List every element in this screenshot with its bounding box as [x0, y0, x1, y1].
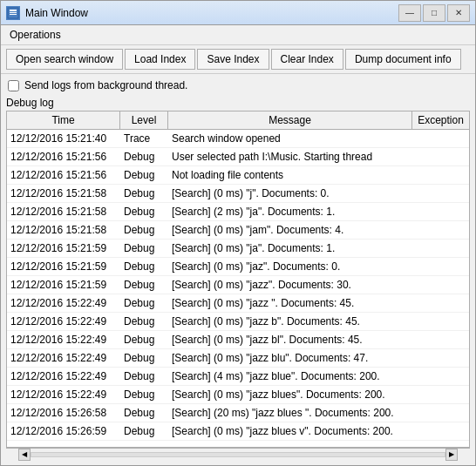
cell-exception	[412, 368, 469, 385]
cell-level: Debug	[120, 294, 168, 312]
cell-time: 12/12/2016 15:22:49	[7, 386, 120, 403]
save-index-button[interactable]: Save Index	[197, 49, 269, 70]
scroll-right-button[interactable]: ▶	[445, 449, 458, 461]
title-bar: Main Window — □ ✕	[1, 1, 475, 25]
main-window: Main Window — □ ✕ Operations Open search…	[0, 0, 476, 466]
cell-exception	[412, 386, 469, 403]
scroll-left-button[interactable]: ◀	[18, 449, 31, 461]
table-row[interactable]: 12/12/2016 15:22:49 Debug [Search] (0 ms…	[7, 331, 469, 349]
operations-menu[interactable]: Operations	[4, 27, 66, 43]
cell-message: [Search] (0 ms) "j". Documents: 0.	[168, 185, 412, 202]
cell-level: Debug	[120, 203, 168, 220]
cell-exception	[412, 422, 469, 440]
svg-rect-2	[10, 12, 17, 13]
cell-time: 12/12/2016 15:21:59	[7, 276, 120, 294]
cell-level: Debug	[120, 331, 168, 348]
maximize-button[interactable]: □	[423, 4, 445, 22]
cell-exception	[412, 221, 469, 239]
cell-time: 12/12/2016 15:22:49	[7, 349, 120, 367]
cell-time: 12/12/2016 15:21:40	[7, 130, 120, 147]
cell-time: 12/12/2016 15:22:49	[7, 368, 120, 385]
log-table-header: Time Level Message Exception	[7, 111, 469, 130]
cell-level: Trace	[120, 130, 168, 147]
col-time: Time	[7, 111, 120, 129]
background-thread-label: Send logs from background thread.	[24, 79, 187, 91]
table-row[interactable]: 12/12/2016 15:26:58 Debug [Search] (20 m…	[7, 404, 469, 422]
cell-time: 12/12/2016 15:22:49	[7, 331, 120, 348]
cell-message: Search window opened	[168, 130, 412, 147]
cell-level: Debug	[120, 185, 168, 202]
table-row[interactable]: 12/12/2016 15:21:56 Debug User selected …	[7, 148, 469, 166]
cell-message: [Search] (20 ms) "jazz blues ". Document…	[168, 404, 412, 422]
table-row[interactable]: 12/12/2016 15:21:56 Debug Not loading fi…	[7, 166, 469, 185]
svg-rect-3	[10, 14, 17, 15]
col-exception: Exception	[412, 111, 469, 129]
cell-level: Debug	[120, 404, 168, 422]
cell-message: [Search] (2 ms) "ja". Documents: 1.	[168, 203, 412, 220]
cell-message: [Search] (0 ms) "jazz blues v". Document…	[168, 422, 412, 440]
close-button[interactable]: ✕	[447, 4, 470, 22]
cell-level: Debug	[120, 313, 168, 330]
minimize-button[interactable]: —	[398, 4, 421, 22]
window-title: Main Window	[25, 7, 398, 19]
cell-time: 12/12/2016 15:21:58	[7, 203, 120, 220]
background-thread-checkbox[interactable]	[8, 80, 19, 91]
cell-exception	[412, 240, 469, 257]
window-controls: — □ ✕	[398, 4, 470, 22]
table-row[interactable]: 12/12/2016 15:22:49 Debug [Search] (0 ms…	[7, 294, 469, 313]
cell-message: [Search] (4 ms) "jazz blue". Documents: …	[168, 368, 412, 385]
table-row[interactable]: 12/12/2016 15:21:58 Debug [Search] (2 ms…	[7, 203, 469, 221]
svg-rect-1	[10, 10, 17, 11]
open-search-button[interactable]: Open search window	[6, 49, 123, 70]
dump-document-button[interactable]: Dump document info	[345, 49, 461, 70]
cell-level: Debug	[120, 221, 168, 239]
table-row[interactable]: 12/12/2016 15:26:59 Debug [Search] (0 ms…	[7, 422, 469, 441]
cell-time: 12/12/2016 15:21:58	[7, 185, 120, 202]
checkbox-area: Send logs from background thread.	[1, 74, 475, 97]
cell-exception	[412, 203, 469, 220]
cell-time: 12/12/2016 15:26:59	[7, 422, 120, 440]
table-row[interactable]: 12/12/2016 15:21:58 Debug [Search] (0 ms…	[7, 221, 469, 240]
clear-index-button[interactable]: Clear Index	[271, 49, 343, 70]
cell-message: [Search] (0 ms) "jazz b". Documents: 45.	[168, 313, 412, 330]
table-row[interactable]: 12/12/2016 15:21:40 Trace Search window …	[7, 130, 469, 148]
table-row[interactable]: 12/12/2016 15:21:58 Debug [Search] (0 ms…	[7, 185, 469, 203]
debug-log-label: Debug log	[6, 97, 470, 109]
cell-time: 12/12/2016 15:22:49	[7, 294, 120, 312]
log-table-body[interactable]: 12/12/2016 15:21:40 Trace Search window …	[7, 130, 469, 447]
scroll-track[interactable]	[31, 452, 445, 457]
load-index-button[interactable]: Load Index	[125, 49, 195, 70]
cell-level: Debug	[120, 258, 168, 275]
cell-message: [Search] (0 ms) "jazz ". Documents: 45.	[168, 294, 412, 312]
cell-message: [Search] (0 ms) "ja". Documents: 1.	[168, 240, 412, 257]
col-level: Level	[120, 111, 168, 129]
cell-exception	[412, 313, 469, 330]
cell-level: Debug	[120, 368, 168, 385]
cell-message: [Search] (0 ms) "jazz bl". Documents: 45…	[168, 331, 412, 348]
cell-level: Debug	[120, 349, 168, 367]
cell-exception	[412, 148, 469, 165]
cell-level: Debug	[120, 240, 168, 257]
cell-time: 12/12/2016 15:21:56	[7, 148, 120, 165]
debug-log-section: Debug log Time Level Message Exception 1…	[1, 97, 475, 465]
table-row[interactable]: 12/12/2016 15:21:59 Debug [Search] (0 ms…	[7, 240, 469, 258]
cell-message: Not loading file contents	[168, 166, 412, 184]
cell-exception	[412, 258, 469, 275]
cell-message: [Search] (0 ms) "jazz blues". Documents:…	[168, 386, 412, 403]
cell-time: 12/12/2016 15:21:59	[7, 240, 120, 257]
cell-time: 12/12/2016 15:21:58	[7, 221, 120, 239]
cell-exception	[412, 349, 469, 367]
horizontal-scrollbar[interactable]: ◀ ▶	[6, 448, 470, 460]
cell-exception	[412, 404, 469, 422]
cell-level: Debug	[120, 422, 168, 440]
table-row[interactable]: 12/12/2016 15:21:59 Debug [Search] (0 ms…	[7, 276, 469, 294]
cell-message: [Search] (0 ms) "jaz". Documents: 0.	[168, 258, 412, 275]
table-row[interactable]: 12/12/2016 15:22:49 Debug [Search] (4 ms…	[7, 368, 469, 386]
cell-level: Debug	[120, 276, 168, 294]
cell-message: [Search] (0 ms) "jazz blu". Documents: 4…	[168, 349, 412, 367]
table-row[interactable]: 12/12/2016 15:22:49 Debug [Search] (0 ms…	[7, 386, 469, 404]
table-row[interactable]: 12/12/2016 15:22:49 Debug [Search] (0 ms…	[7, 313, 469, 331]
window-icon	[6, 6, 20, 20]
table-row[interactable]: 12/12/2016 15:22:49 Debug [Search] (0 ms…	[7, 349, 469, 368]
table-row[interactable]: 12/12/2016 15:21:59 Debug [Search] (0 ms…	[7, 258, 469, 276]
